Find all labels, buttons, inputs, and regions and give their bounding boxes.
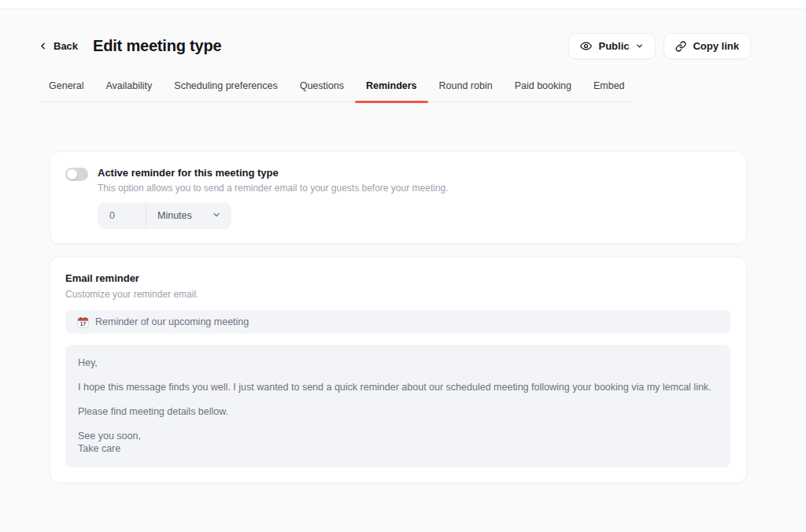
back-button[interactable]: Back xyxy=(38,40,78,52)
setting-description: This option allows you to send a reminde… xyxy=(98,183,449,194)
reminder-delay-group: 0 Minutes xyxy=(98,202,231,229)
link-icon xyxy=(675,41,686,52)
tab-questions[interactable]: Questions xyxy=(289,80,355,102)
tab-scheduling-preferences[interactable]: Scheduling preferences xyxy=(163,80,288,102)
email-subject-text: Reminder of our upcoming meeting xyxy=(95,316,249,327)
reminders-tab-content: Active reminder for this meeting type Th… xyxy=(0,151,806,483)
tab-general[interactable]: General xyxy=(38,80,94,102)
setting-title: Active reminder for this meeting type xyxy=(98,167,449,179)
copy-link-label: Copy link xyxy=(693,40,739,52)
tab-round-robin[interactable]: Round robin xyxy=(428,80,504,102)
tab-availability[interactable]: Availability xyxy=(94,80,163,102)
chevron-down-icon xyxy=(635,42,644,50)
active-reminder-card: Active reminder for this meeting type Th… xyxy=(50,151,747,244)
email-body-paragraph: Hey, xyxy=(78,357,718,369)
delay-unit-select[interactable]: Minutes xyxy=(146,202,231,229)
calendar-icon: 17 xyxy=(77,316,89,328)
page-header: Back Edit meeting type Public Copy link xyxy=(0,9,806,59)
svg-text:17: 17 xyxy=(80,321,87,327)
toggle-knob xyxy=(67,169,77,179)
meeting-type-tabs: General Availability Scheduling preferen… xyxy=(38,80,636,102)
email-subject-input[interactable]: 17 Reminder of our upcoming meeting xyxy=(65,310,730,334)
chevron-down-icon xyxy=(212,210,221,222)
email-body-textarea[interactable]: Hey, I hope this message finds you well.… xyxy=(65,345,730,467)
email-card-subtitle: Customize your reminder email. xyxy=(65,289,730,300)
back-label: Back xyxy=(54,40,78,52)
delay-value-input[interactable]: 0 xyxy=(98,202,146,229)
window-top-strip xyxy=(0,0,806,9)
page-title: Edit meeting type xyxy=(93,37,221,55)
email-body-paragraph: See you soon, Take care xyxy=(78,430,718,455)
eye-icon xyxy=(580,40,592,52)
email-body-paragraph: Please find meeting details bellow. xyxy=(78,405,718,418)
chevron-left-icon xyxy=(38,41,48,51)
tab-paid-booking[interactable]: Paid booking xyxy=(504,80,582,102)
tab-embed[interactable]: Embed xyxy=(582,80,636,102)
active-reminder-toggle[interactable] xyxy=(65,168,88,181)
visibility-label: Public xyxy=(598,40,629,52)
email-card-title: Email reminder xyxy=(65,272,730,284)
copy-link-button[interactable]: Copy link xyxy=(664,33,751,59)
tab-reminders[interactable]: Reminders xyxy=(355,80,428,102)
active-reminder-setting: Active reminder for this meeting type Th… xyxy=(65,167,730,194)
email-reminder-card: Email reminder Customize your reminder e… xyxy=(50,257,747,483)
edit-meeting-type-page: Back Edit meeting type Public Copy link xyxy=(0,9,806,532)
delay-unit-value: Minutes xyxy=(157,210,192,221)
header-actions: Public Copy link xyxy=(568,33,751,59)
email-body-paragraph: I hope this message finds you well. I ju… xyxy=(78,381,718,393)
visibility-dropdown-button[interactable]: Public xyxy=(568,33,656,59)
setting-text: Active reminder for this meeting type Th… xyxy=(98,167,449,194)
